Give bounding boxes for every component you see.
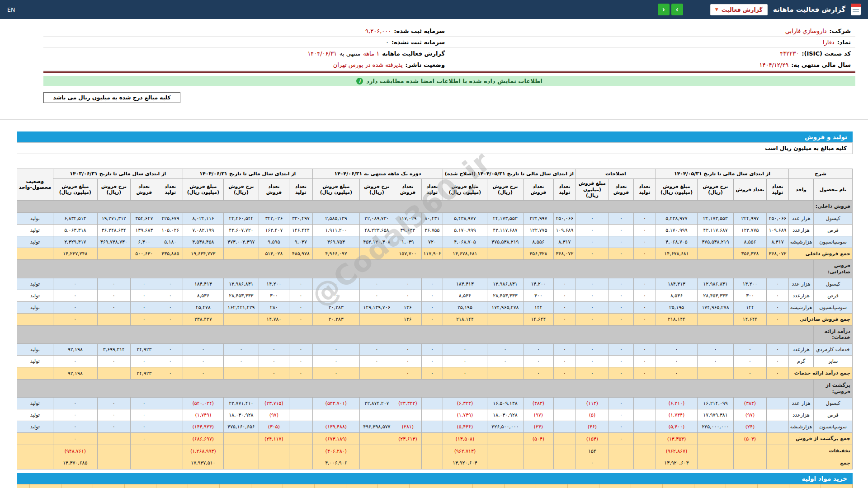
value-cell: ۰ [359, 278, 394, 290]
value-cell [130, 457, 158, 469]
section-label: فروش صادراتی: [814, 260, 853, 278]
value-cell: ۰ [158, 356, 183, 367]
value-cell: ۰ [259, 344, 289, 356]
value-cell: ۱۴,۶۷۸,۶۸۱ [443, 248, 487, 260]
info-value: ۴۳۲۲۳۰ [780, 50, 799, 57]
value-cell: ۸,۵۳۶ [183, 290, 223, 301]
value-cell: ۱۴۹,۱۳۹,۷۰۶ [359, 301, 394, 313]
value-cell [289, 445, 312, 457]
value-cell: ۲۵,۱۹۵ [656, 301, 697, 313]
section-row: برگشت از فروش: [17, 379, 852, 398]
value-cell: ۱۶,۲۱۴,۰۹۹ [698, 398, 734, 409]
info-value: ۱۴۰۴/۱۲/۲۹ [760, 61, 789, 68]
value-cell: ۱,۰۳۹ [394, 236, 421, 248]
column-header: تعداد فروش [609, 179, 633, 201]
value-cell: ۰ [487, 356, 523, 367]
value-cell [767, 445, 789, 457]
value-cell: ۳۶۸,۰۷۲ [553, 248, 576, 260]
value-cell: ۰ [609, 248, 633, 260]
value-cell: ۰ [553, 301, 576, 313]
info-label: سال مالی منتهی به: [791, 61, 851, 68]
value-cell: ۳۶۸,۰۷۲ [767, 248, 789, 260]
value-cell: ۷,۰۸۲,۱۹۹ [183, 224, 223, 236]
total-label: تخفیفات [789, 445, 853, 457]
value-cell [487, 313, 523, 325]
value-cell: ۲,۳۲۹,۴۱۷ [53, 236, 97, 248]
value-cell [394, 457, 421, 469]
total-row: جمع فروش داخلی۳۶۸,۰۷۲۳۵۶,۳۲۸۱۴,۶۷۸,۶۸۱۰۰… [17, 248, 852, 260]
section-label: درآمد ارائه خدمات: [814, 325, 853, 344]
report-type-dropdown[interactable]: گزارش فعالیت ▼ [710, 4, 768, 15]
value-cell: ۴۳,۶۰۷,۷۲۰ [223, 224, 259, 236]
value-cell [289, 421, 312, 433]
column-header: تعداد تولید [767, 179, 789, 201]
value-cell: ۰ [553, 290, 576, 301]
column-header: تعداد فروش [130, 179, 158, 201]
value-cell: ۱۴۴ [523, 301, 553, 313]
value-cell: ۰ [734, 344, 767, 356]
value-cell: ۰ [289, 367, 312, 380]
value-cell: ۰ [97, 398, 130, 409]
value-cell: ۱۲,۹۸۶,۸۳۱ [698, 278, 734, 290]
value-cell: ۱۶,۵۰۹,۱۳۸ [487, 398, 523, 409]
prev-period-button[interactable]: ‹ [658, 4, 670, 15]
value-cell: (۱,۷۴۹) [183, 409, 223, 421]
total-label: جمع درآمد ارائه خدمات [789, 367, 853, 380]
value-cell: ۰ [421, 278, 443, 290]
value-cell [97, 433, 130, 445]
value-cell [359, 457, 394, 469]
value-cell [223, 457, 259, 469]
product-name: کپسول [814, 398, 853, 409]
value-cell: ۰ [609, 433, 633, 445]
value-cell [734, 445, 767, 457]
value-cell: ۴,۰۶۸,۷۰۵ [443, 236, 487, 248]
total-status [17, 313, 53, 325]
value-cell [394, 445, 421, 457]
value-cell: ۱۲۲,۷۷۵ [523, 224, 553, 236]
value-cell [394, 409, 421, 421]
value-cell [359, 409, 394, 421]
signature-match-banner: اطلاعات نمایش داده شده با اطلاعات امضا ش… [43, 76, 855, 86]
value-cell: ۰ [53, 356, 97, 367]
raw-materials-section-header: خرید مواد اولیه [17, 473, 853, 484]
value-cell: ۰ [312, 356, 359, 367]
value-cell: ۰ [734, 367, 767, 380]
value-cell [767, 421, 789, 433]
value-cell [553, 457, 576, 469]
column-header: نرخ فروش (ریال) [487, 179, 523, 201]
value-cell: ۰ [289, 313, 312, 325]
next-period-button[interactable]: › [671, 4, 683, 15]
value-cell: ۰ [130, 433, 158, 445]
value-cell: ۵,۱۷۰,۹۹۹ [443, 224, 487, 236]
product-status: تولید [17, 409, 53, 421]
value-cell: ۵۰۰,۶۳۰ [130, 248, 158, 260]
value-cell: ۱۷۴,۹۶۵,۲۷۸ [698, 301, 734, 313]
info-value: پذیرفته شده در بورس تهران [333, 61, 403, 68]
value-cell: ۰ [609, 398, 633, 409]
value-cell: ۰ [609, 421, 633, 433]
value-cell: (۹۷) [523, 409, 553, 421]
total-row: تخفیفات(۹۶۲,۸۶۷)۱۵۴(۹۶۲,۷۱۳)(۳۰۶,۲۸۰)(۱,… [17, 445, 852, 457]
value-cell: ۰ [183, 356, 223, 367]
value-cell: ۰ [312, 278, 359, 290]
value-cell: ۶,۸۳۴,۵۱۳ [53, 212, 97, 224]
report-type-label: گزارش فعالیت [722, 6, 763, 13]
value-cell: ۰ [443, 367, 487, 380]
value-cell: ۱۴,۲۰۰ [259, 278, 289, 290]
product-name: سوسپانسیون [814, 236, 853, 248]
total-label: جمع [789, 457, 853, 469]
english-language-link[interactable]: EN [7, 6, 15, 13]
value-cell: ۰ [633, 356, 656, 367]
value-cell: ۱۳,۹۲۰,۶۰۴ [656, 457, 697, 469]
value-cell: ۲۲,۰۸۹,۷۳۰ [359, 212, 394, 224]
value-cell: ۴۳۵,۸۸۵ [158, 248, 183, 260]
value-cell: ۰ [656, 367, 697, 380]
value-cell: ۰ [553, 344, 576, 356]
value-cell: ۱۷,۹۲۷,۵۱۰ [183, 457, 223, 469]
total-label: جمع برگشت از فروش [789, 433, 853, 445]
info-label: گزارش فعالیت ماهانه [382, 50, 445, 57]
value-cell: ۰ [633, 248, 656, 260]
company-info-right: شرکت:داروسازي فارابينماد:دفاراکد صنعت (I… [449, 25, 855, 70]
product-name: سایر [814, 356, 853, 367]
value-cell: ۲۲۶,۵۰۰,۰۰۰ [487, 421, 523, 433]
